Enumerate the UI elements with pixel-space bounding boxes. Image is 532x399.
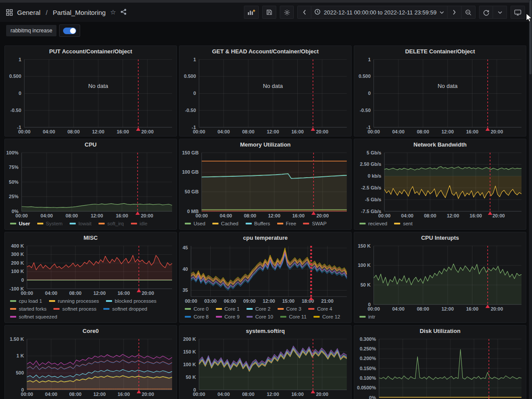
legend-item-user[interactable]: User — [10, 220, 30, 227]
panel-title[interactable]: cpu temperature — [180, 232, 351, 243]
svg-text:-1: -1 — [366, 125, 371, 130]
legend-item-cpu-load-1[interactable]: cpu load 1 — [10, 298, 42, 304]
page-title[interactable]: Partial_Monitoring — [53, 9, 106, 16]
svg-text:0.500: 0.500 — [184, 74, 196, 79]
legend-item-core-9[interactable]: Core 9 — [216, 313, 240, 320]
legend-item-recieved[interactable]: recieved — [359, 220, 387, 227]
legend-item-used[interactable]: Used — [185, 220, 205, 227]
legend-swatch — [394, 223, 400, 224]
legend-item-started-forks[interactable]: started forks — [10, 305, 46, 312]
svg-text:12:00: 12:00 — [447, 213, 459, 218]
legend-swatch — [185, 223, 191, 224]
legend-item-core-1[interactable]: Core 1 — [216, 305, 240, 312]
legend-label: Core 2 — [255, 305, 271, 312]
panel-chart[interactable]: 00:0004:0008:0012:0016:0020:001.50 K1 K5… — [5, 336, 176, 399]
legend-item-core-2[interactable]: Core 2 — [247, 305, 271, 312]
legend-item-system[interactable]: System — [37, 220, 63, 227]
panel-chart[interactable]: 00:0004:0008:0012:0016:0020:00150 GB100 … — [180, 150, 351, 220]
share-icon[interactable] — [120, 9, 127, 16]
scrollbar-thumb[interactable] — [529, 0, 532, 74]
time-shift-forward-button[interactable] — [447, 6, 462, 19]
svg-text:12:00: 12:00 — [92, 129, 104, 134]
panel-chart[interactable]: 00:0004:0008:0012:0016:0020:0010.5000-0.… — [5, 56, 176, 136]
chevron-down-icon — [440, 11, 444, 14]
zoom-out-button[interactable] — [462, 6, 476, 19]
cycle-view-mode-button[interactable] — [511, 6, 525, 19]
panel-title[interactable]: DELETE Container/Object — [354, 46, 526, 56]
dashboard-panel-3: CPU 00:0004:0008:0012:0016:0020:00100%75… — [4, 139, 177, 230]
save-dashboard-button[interactable] — [262, 6, 276, 19]
legend-label: System — [46, 220, 63, 227]
svg-text:08:00: 08:00 — [417, 129, 429, 134]
panel-chart[interactable]: 00:0004:0008:0012:0016:0020:005 Gb/s2.50… — [354, 150, 526, 220]
add-panel-button[interactable] — [244, 6, 259, 19]
svg-text:45: 45 — [183, 245, 188, 250]
breadcrumb-section[interactable]: General — [17, 9, 40, 16]
legend-swatch — [49, 300, 55, 302]
star-icon[interactable]: ☆ — [110, 8, 116, 16]
panel-title[interactable]: Disk Utilization — [354, 326, 526, 336]
panel-chart[interactable]: 00:0003:0006:0009:0012:0015:0018:0021:00… — [180, 243, 351, 305]
legend-item-buffers[interactable]: Buffers — [246, 220, 270, 227]
legend-item-core-12[interactable]: Core 12 — [314, 313, 340, 320]
legend-item-cached[interactable]: Cached — [212, 220, 239, 227]
svg-text:-0.50: -0.50 — [185, 108, 196, 113]
panel-title[interactable]: system.softirq — [180, 326, 351, 336]
legend-item-blocked-processes[interactable]: blocked processes — [106, 298, 156, 304]
refresh-interval-dropdown[interactable] — [493, 6, 507, 19]
svg-text:0: 0 — [368, 91, 370, 96]
svg-text:500: 500 — [16, 370, 24, 375]
panel-chart[interactable]: 00:0004:0008:0012:0016:0020:0010.5000-0.… — [180, 56, 351, 136]
legend-label: Core 1 — [225, 305, 240, 312]
panel-title[interactable]: GET & HEAD Account/Container/Object — [180, 46, 351, 56]
legend-item-sent[interactable]: sent — [394, 220, 412, 227]
legend-item-core-4[interactable]: Core 4 — [308, 305, 332, 312]
legend-item-intr[interactable]: intr — [359, 313, 375, 320]
legend-item-iowait[interactable]: Iowait — [70, 220, 92, 227]
panel-chart[interactable]: 00:0004:0008:0012:0016:0020:00200 K150 K… — [180, 336, 351, 399]
panel-title[interactable]: Core0 — [5, 326, 176, 336]
legend-item-running-processes[interactable]: running processes — [49, 298, 99, 304]
legend-item-core-11[interactable]: Core 11 — [280, 313, 307, 320]
legend-swatch — [53, 308, 60, 310]
legend-swatch — [212, 223, 218, 224]
panel-chart[interactable]: 00:0004:0008:0012:0016:0020:00100%75%50%… — [5, 150, 176, 220]
panel-title[interactable]: CPU Interupts — [354, 232, 526, 243]
legend-item-soft-irq[interactable]: soft_irq — [99, 220, 124, 227]
panel-chart[interactable]: 00:0004:0008:0012:0016:0020:000.300%0.25… — [354, 336, 526, 399]
svg-text:16:00: 16:00 — [116, 213, 128, 218]
panel-title[interactable]: CPU — [5, 139, 176, 150]
svg-text:08:00: 08:00 — [244, 213, 256, 218]
legend-swatch — [359, 223, 366, 224]
time-shift-back-button[interactable] — [297, 6, 311, 19]
svg-text:0 MB: 0 MB — [187, 209, 198, 214]
dashboard-panel-11: Disk Utilization 00:0004:0008:0012:0016:… — [354, 325, 526, 399]
svg-text:03:00: 03:00 — [204, 298, 217, 304]
legend-item-idle[interactable]: idle — [131, 220, 148, 227]
toggle-switch[interactable] — [63, 28, 76, 34]
legend-item-core-8[interactable]: Core 8 — [185, 313, 209, 320]
refresh-button[interactable] — [479, 6, 493, 19]
legend-item-softnet-squeezed[interactable]: softnet squeezed — [10, 313, 57, 320]
panel-title[interactable]: Network Bandwidth — [354, 139, 526, 150]
panel-title[interactable]: MISC — [5, 232, 176, 243]
panel-title[interactable]: PUT Account/Container/Object — [5, 46, 176, 56]
apps-grid-icon[interactable] — [6, 9, 13, 16]
page-scrollbar[interactable] — [529, 0, 532, 399]
time-range-picker[interactable]: 2022-12-11 00:00:00 to 2022-12-11 23:59:… — [311, 6, 447, 19]
legend-swatch — [277, 223, 283, 224]
dashboard-settings-button[interactable] — [280, 6, 294, 19]
legend-item-core-3[interactable]: Core 3 — [278, 305, 302, 312]
legend-item-softnet-dropped[interactable]: softnet dropped — [103, 305, 147, 312]
legend-item-softnet-process[interactable]: softnet process — [53, 305, 96, 312]
legend-item-swap[interactable]: SWAP — [303, 220, 326, 227]
legend-item-core-10[interactable]: Core 10 — [247, 313, 273, 320]
legend-item-free[interactable]: Free — [277, 220, 296, 227]
rabbitmq-increase-toggle[interactable] — [59, 24, 80, 37]
panel-title[interactable]: Memory Utilization — [180, 139, 351, 150]
legend-item-core-0[interactable]: Core 0 — [185, 305, 209, 312]
panel-chart[interactable]: 00:0004:0008:0012:0016:0020:00150 K100 K… — [354, 243, 526, 313]
panel-chart[interactable]: 00:0004:0008:0012:0016:0020:0010.5000-0.… — [354, 56, 526, 136]
svg-text:0: 0 — [21, 277, 24, 283]
panel-chart[interactable]: 00:0004:0008:0012:0016:0020:00400 K300 K… — [5, 243, 176, 298]
